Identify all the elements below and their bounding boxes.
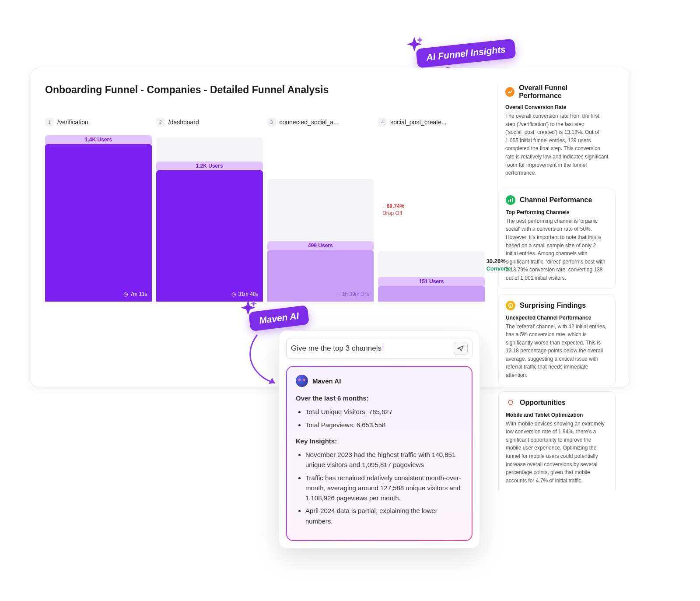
funnel-step-2[interactable]: 2 /dashboard 31m 48s 1.2K Users ↓ 57.46%… — [156, 118, 263, 302]
insight-overall: Overall Funnel Performance Overall Conve… — [498, 84, 616, 183]
insights-sidebar: Overall Funnel Performance Overall Conve… — [497, 84, 616, 371]
alert-icon: ! — [506, 301, 515, 310]
svg-rect-0 — [508, 200, 509, 202]
users-badge: 1.4K Users — [45, 135, 152, 144]
insight-opportunities: Opportunities Mobile and Tablet Optimiza… — [498, 391, 616, 491]
stat-item: Total Pageviews: 6,653,558 — [305, 420, 463, 430]
maven-avatar-icon — [296, 375, 308, 387]
step-number: 2 — [156, 118, 165, 127]
chart-title: Onboarding Funnel - Companies - Detailed… — [45, 84, 485, 96]
insight-item: November 2023 had the highest traffic wi… — [305, 450, 463, 470]
maven-key-insights-header: Key Insights: — [296, 436, 463, 446]
funnel-step-4[interactable]: 4 social_post_create... 151 Users 30.26%… — [378, 118, 485, 302]
funnel-step-1[interactable]: 1 /verification 7m 11s 1.4K Users ↓ 16.8… — [45, 118, 152, 302]
insight-title: Overall Funnel Performance — [519, 84, 609, 100]
insight-body: The best performing channel is 'organic … — [506, 217, 608, 282]
insight-subtitle: Top Performing Channels — [506, 209, 608, 215]
ai-funnel-insights-badge: AI Funnel Insights — [416, 39, 516, 68]
step-time: 1h 39m 37s — [336, 291, 370, 297]
step-number: 3 — [267, 118, 276, 127]
step-label: /verification — [57, 119, 88, 126]
maven-period-header: Over the last 6 months: — [296, 393, 463, 403]
insight-channel: Channel Performance Top Performing Chann… — [498, 189, 616, 289]
step-time: 31m 48s — [231, 291, 258, 297]
clock-icon — [231, 291, 236, 297]
maven-response: Maven AI Over the last 6 months: Total U… — [286, 366, 472, 541]
badge-label: AI Funnel Insights — [426, 44, 506, 63]
insight-subtitle: Overall Conversion Rate — [505, 104, 609, 110]
clock-icon — [336, 291, 340, 297]
insight-item: Traffic has remained relatively consiste… — [305, 473, 463, 503]
conversion-label: 30.26% Converte — [486, 258, 511, 272]
insight-title: Opportunities — [520, 399, 566, 407]
insight-item: April 2024 data is partial, explaining t… — [305, 506, 463, 526]
insight-subtitle: Unexpected Channel Performance — [506, 315, 608, 321]
step-time: 7m 11s — [123, 291, 147, 297]
users-badge: 151 Users — [378, 277, 485, 286]
insight-surprising: ! Surprising Findings Unexpected Channel… — [498, 294, 616, 386]
bulb-icon — [506, 398, 515, 408]
arrow-to-maven — [244, 333, 284, 390]
svg-rect-1 — [510, 199, 511, 202]
step-label: social_post_create... — [390, 119, 446, 126]
clock-icon — [123, 291, 128, 297]
maven-input-text: Give me the top 3 channels — [291, 344, 449, 353]
send-icon — [457, 345, 464, 352]
maven-name: Maven AI — [312, 377, 341, 385]
step-number: 1 — [45, 118, 54, 127]
step-label: connected_social_a... — [280, 119, 339, 126]
svg-text:!: ! — [510, 304, 511, 308]
sparkle-icon — [239, 299, 257, 318]
users-badge: 499 Users — [267, 241, 374, 250]
insight-title: Surprising Findings — [520, 302, 586, 309]
sparkle-icon — [405, 36, 424, 54]
funnel-step-3[interactable]: 3 connected_social_a... 1h 39m 37s 499 U… — [267, 118, 374, 302]
users-badge: 1.2K Users — [156, 162, 263, 170]
maven-body: Over the last 6 months: Total Unique Vis… — [296, 393, 463, 526]
chart-up-icon — [505, 87, 514, 97]
insight-body: With mobile devices showing an extremely… — [506, 420, 608, 485]
insight-subtitle: Mobile and Tablet Optimization — [506, 412, 608, 418]
funnel-bars: 1 /verification 7m 11s 1.4K Users ↓ 16.8… — [45, 118, 485, 302]
maven-ai-panel: Give me the top 3 channels Maven AI Over… — [279, 330, 480, 548]
svg-rect-2 — [512, 198, 513, 202]
step-label: /dashboard — [168, 119, 199, 126]
maven-insights-list: November 2023 had the highest traffic wi… — [305, 450, 463, 526]
bars-icon — [506, 195, 515, 205]
step-number: 4 — [378, 118, 387, 127]
insight-title: Channel Performance — [520, 196, 592, 204]
send-button[interactable] — [454, 342, 468, 355]
insight-body: The 'referral' channel, with 42 initial … — [506, 323, 608, 380]
stat-item: Total Unique Visitors: 765,627 — [305, 407, 463, 417]
maven-input-box[interactable]: Give me the top 3 channels — [286, 338, 472, 359]
insight-body: The overall conversion rate from the fir… — [505, 112, 609, 177]
badge-label: Maven AI — [259, 311, 300, 326]
maven-stats-list: Total Unique Visitors: 765,627 Total Pag… — [305, 407, 463, 430]
